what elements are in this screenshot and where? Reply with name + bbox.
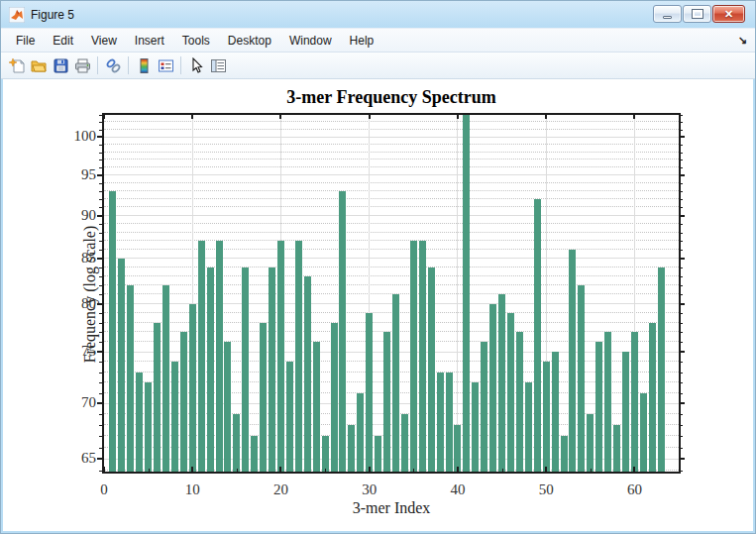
menu-item-view[interactable]: View bbox=[82, 31, 126, 51]
bar bbox=[498, 294, 505, 472]
bar bbox=[392, 294, 399, 472]
link-plot-button[interactable] bbox=[102, 54, 124, 76]
x-major-tick bbox=[457, 467, 459, 472]
menu-item-tools[interactable]: Tools bbox=[173, 31, 219, 51]
bar bbox=[383, 332, 390, 472]
y-minor-tick bbox=[680, 323, 683, 324]
x-minor-tick bbox=[237, 469, 238, 472]
menu-overflow-icon[interactable]: ↘ bbox=[738, 34, 747, 47]
new-figure-button[interactable] bbox=[6, 54, 28, 76]
save-figure-button[interactable] bbox=[50, 54, 71, 76]
y-minor-tick bbox=[99, 130, 103, 131]
menu-item-desktop[interactable]: Desktop bbox=[219, 31, 280, 51]
y-minor-tick bbox=[680, 160, 683, 160]
y-minor-tick bbox=[99, 224, 103, 225]
bar bbox=[189, 304, 196, 472]
y-minor-tick bbox=[99, 207, 103, 208]
minimize-button[interactable] bbox=[653, 5, 682, 23]
bar bbox=[604, 332, 611, 472]
y-minor-gridline bbox=[104, 159, 679, 160]
menu-bar: FileEditViewInsertToolsDesktopWindowHelp… bbox=[1, 28, 755, 53]
bar bbox=[145, 382, 152, 472]
x-major-tick bbox=[545, 467, 547, 472]
y-minor-gridline bbox=[104, 152, 679, 153]
y-minor-tick bbox=[680, 115, 683, 116]
insert-colorbar-button[interactable] bbox=[133, 54, 155, 76]
bar bbox=[463, 115, 470, 472]
y-minor-tick bbox=[680, 250, 683, 251]
insert-legend-button[interactable] bbox=[155, 54, 176, 76]
y-minor-tick bbox=[99, 276, 103, 277]
x-tick-label: 0 bbox=[84, 481, 124, 498]
close-icon: ✕ bbox=[724, 9, 733, 20]
bar bbox=[233, 414, 240, 472]
y-minor-tick bbox=[680, 313, 683, 314]
y-minor-tick bbox=[680, 199, 683, 200]
new-figure-icon bbox=[9, 57, 26, 74]
y-minor-tick bbox=[680, 285, 683, 286]
y-minor-tick bbox=[680, 267, 683, 268]
y-major-tick bbox=[97, 303, 103, 305]
y-major-tick bbox=[680, 351, 685, 353]
y-minor-tick bbox=[680, 145, 683, 146]
y-minor-tick bbox=[99, 250, 103, 251]
y-tick-label: 85 bbox=[60, 250, 96, 267]
y-major-tick bbox=[680, 174, 685, 176]
bar bbox=[127, 285, 134, 472]
y-minor-tick bbox=[99, 448, 103, 449]
y-major-tick bbox=[680, 303, 685, 305]
y-minor-tick bbox=[99, 436, 103, 437]
menu-item-edit[interactable]: Edit bbox=[44, 31, 82, 51]
open-file-button[interactable] bbox=[28, 54, 50, 76]
bar bbox=[313, 342, 320, 472]
y-minor-tick bbox=[680, 342, 683, 343]
y-minor-tick bbox=[680, 393, 683, 394]
insert-colorbar-icon bbox=[136, 57, 153, 74]
menu-item-insert[interactable]: Insert bbox=[126, 31, 173, 51]
maximize-icon bbox=[693, 10, 702, 18]
print-figure-button[interactable] bbox=[71, 54, 93, 76]
menu-item-help[interactable]: Help bbox=[341, 31, 383, 51]
bar bbox=[331, 323, 338, 472]
y-tick-label: 95 bbox=[60, 166, 96, 183]
bar bbox=[295, 241, 302, 472]
bar bbox=[587, 414, 594, 472]
bar bbox=[561, 436, 568, 472]
x-minor-tick bbox=[149, 469, 150, 472]
title-bar[interactable]: Figure 5 ✕ bbox=[1, 1, 755, 28]
y-minor-tick bbox=[99, 145, 103, 146]
maximize-button[interactable] bbox=[683, 5, 711, 23]
y-minor-tick bbox=[680, 276, 683, 277]
y-minor-gridline bbox=[104, 223, 679, 224]
edit-plot-button[interactable] bbox=[185, 54, 207, 76]
bar bbox=[534, 199, 541, 472]
y-minor-tick bbox=[680, 167, 683, 168]
y-minor-tick bbox=[99, 393, 103, 394]
y-minor-tick bbox=[99, 160, 103, 160]
y-minor-gridline bbox=[104, 198, 679, 199]
bar bbox=[640, 393, 647, 472]
y-minor-tick bbox=[680, 207, 683, 208]
menu-item-file[interactable]: File bbox=[7, 31, 44, 51]
y-minor-gridline bbox=[104, 114, 679, 115]
toolbar-separator bbox=[97, 56, 98, 74]
y-minor-tick bbox=[680, 362, 683, 363]
bar bbox=[658, 267, 665, 472]
x-tick-label: 10 bbox=[172, 481, 212, 498]
matlab-logo-icon bbox=[9, 7, 25, 23]
bar bbox=[348, 425, 355, 472]
menu-item-window[interactable]: Window bbox=[280, 31, 341, 51]
property-editor-button[interactable] bbox=[207, 54, 229, 76]
bar bbox=[631, 332, 638, 472]
x-major-gridline bbox=[457, 115, 458, 472]
bar bbox=[552, 352, 559, 472]
bar bbox=[242, 267, 249, 472]
figure-toolbar bbox=[1, 53, 755, 79]
close-button[interactable]: ✕ bbox=[712, 5, 745, 23]
property-editor-icon bbox=[210, 57, 227, 74]
y-minor-tick bbox=[99, 167, 103, 168]
bar bbox=[543, 362, 550, 472]
minimize-icon bbox=[663, 16, 672, 19]
x-major-tick bbox=[103, 467, 105, 472]
figure-canvas: 3-mer Frequency Spectrum 3-mer Index Fre… bbox=[3, 79, 753, 531]
